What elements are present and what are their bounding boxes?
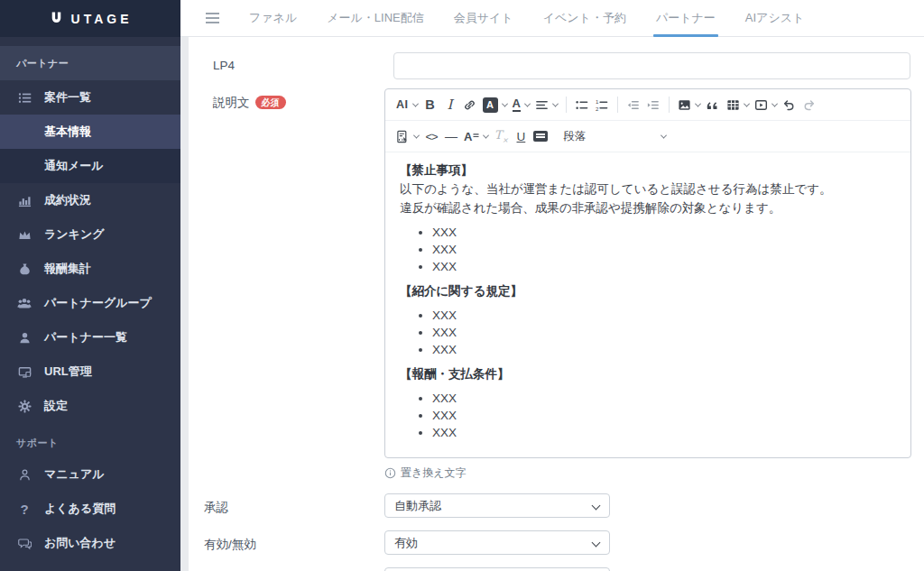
info-icon [384,467,396,479]
sidebar-item-contact[interactable]: お問い合わせ [0,526,180,560]
sidebar-section-support: サポート [0,428,180,457]
font-size-lines-icon [473,133,479,141]
clear-format-button[interactable]: T× [491,124,511,148]
question-icon: ? [15,502,33,516]
tab-mail-line[interactable]: メール・LINE配信 [327,10,424,26]
list-item: XXX [432,424,896,441]
blockquote-button[interactable] [703,93,724,116]
section-heading: 【紹介に関する規定】 [400,282,896,299]
chevron-down-icon [552,100,559,106]
outdent-button[interactable] [624,93,643,116]
sidebar-item-label: よくある質問 [44,501,116,517]
sidebar-item-label: パートナーグループ [44,295,152,311]
sidebar-subitem-notification-mail[interactable]: 通知メール [0,149,180,183]
rich-text-editor-content[interactable]: 【禁止事項】 以下のような、当社が運営または認可していると誤認させる行為は禁止で… [385,152,910,457]
tab-member-site[interactable]: 会員サイト [454,10,513,26]
code-button[interactable]: <> [421,124,441,148]
link-button[interactable] [460,93,480,116]
video-button[interactable] [752,93,780,116]
sidebar-item-faq[interactable]: ? よくある質問 [0,492,180,526]
sidebar-subitem-label: 通知メール [44,158,104,174]
sidebar-item-label: ランキング [44,226,105,243]
sidebar-item-label: 報酬集計 [44,261,91,277]
bullet-list: XXX XXX XXX [400,307,896,358]
chevron-down-icon [411,100,418,106]
sidebar-item-manual[interactable]: マニュアル [0,457,180,492]
enabled-select[interactable]: 有効 [384,530,610,555]
sidebar-item-partner-group[interactable]: パートナーグループ [0,286,180,320]
bold-button[interactable]: B [420,93,440,116]
sidebar-item-url-management[interactable]: URL管理 [0,355,180,389]
sidebar-item-case-list[interactable]: 案件一覧 [0,80,180,115]
sidebar-item-settings[interactable]: 設定 [0,389,180,423]
sidebar-item-label: お問い合わせ [44,535,116,551]
monitor-icon [15,364,33,379]
lp4-input[interactable] [393,52,910,79]
indent-button[interactable] [643,93,663,116]
special-block-button[interactable] [531,124,550,148]
numbered-list-button[interactable]: 12 [592,93,612,116]
logo[interactable]: UTAGE [0,0,180,37]
tab-partner[interactable]: パートナー [656,10,716,26]
section-heading: 【禁止事項】 [400,161,896,179]
italic-button[interactable]: I [440,93,460,116]
undo-icon [782,98,796,112]
sidebar-subitem-basic-info[interactable]: 基本情報 [0,115,180,149]
sidebar-item-label: パートナー一覧 [44,329,127,345]
hamburger-menu-icon[interactable] [206,13,219,23]
chevron-down-icon [661,132,667,138]
redo-button[interactable] [799,93,819,116]
person-outline-icon [15,467,33,482]
list-item: XXX [432,224,896,241]
list-item: XXX [432,307,896,324]
horizontal-rule-button[interactable]: — [441,124,461,148]
table-button[interactable] [724,93,752,116]
required-badge: 必須 [255,96,286,109]
font-color-button[interactable]: A [510,93,532,116]
paragraph-style-select[interactable]: 段落 [556,125,671,147]
approval-select[interactable]: 自動承認 [384,493,610,518]
tab-ai-assist[interactable]: AIアシスト [745,10,805,26]
redo-icon [802,98,816,112]
sidebar-item-label: マニュアル [44,466,105,483]
tab-event-booking[interactable]: イベント・予約 [543,10,626,26]
bullet-list-button[interactable] [572,93,592,116]
align-button[interactable] [532,93,560,116]
top-navigation: ファネル メール・LINE配信 会員サイト イベント・予約 パートナー AIアシ… [180,0,924,37]
sidebar-item-partner-list[interactable]: パートナー一覧 [0,320,180,355]
utage-logo-icon [49,11,64,26]
section-heading: 【報酬・支払条件】 [400,365,896,382]
site-publish-select[interactable]: 限定公開(指定グループ登録者のみ) [384,567,610,571]
numbered-list-icon: 12 [595,98,608,112]
toolbar-separator [617,97,618,113]
sidebar-item-label: 成約状況 [44,192,91,208]
sidebar-item-contract-status[interactable]: 成約状況 [0,183,180,217]
list-item: XXX [432,341,896,358]
brand-name: UTAGE [71,12,133,26]
enabled-select-value: 有効 [394,535,418,551]
list-item: XXX [432,390,896,407]
paragraph-style-value: 段落 [563,129,586,144]
tab-funnel[interactable]: ファネル [249,10,297,26]
sidebar: UTAGE パートナー 案件一覧 基本情報 通知メール 成約状況 ランキング 報… [0,0,180,571]
bar-chart-icon [15,193,33,207]
align-left-icon [535,98,549,112]
money-bag-icon [15,262,33,276]
underline-button[interactable]: U [511,124,531,148]
template-insert-button[interactable] [393,124,421,148]
highlight-color-button[interactable]: A [480,93,510,116]
ai-dropdown-button[interactable]: AI [393,93,420,116]
indent-icon [646,98,660,112]
replacement-text-link[interactable]: 置き換え文字 [384,465,911,481]
undo-button[interactable] [780,93,799,116]
sidebar-item-reward-summary[interactable]: 報酬集計 [0,252,180,286]
image-button[interactable] [675,93,703,116]
chevron-down-icon [772,100,778,106]
font-size-button[interactable]: A [461,124,491,148]
sidebar-item-label: URL管理 [44,364,92,380]
form-content: LP4 説明文必須 AI B I A [180,37,924,571]
quote-icon [706,98,719,112]
chevron-down-icon [501,100,507,106]
chat-icon [15,536,33,550]
sidebar-item-ranking[interactable]: ランキング [0,217,180,252]
